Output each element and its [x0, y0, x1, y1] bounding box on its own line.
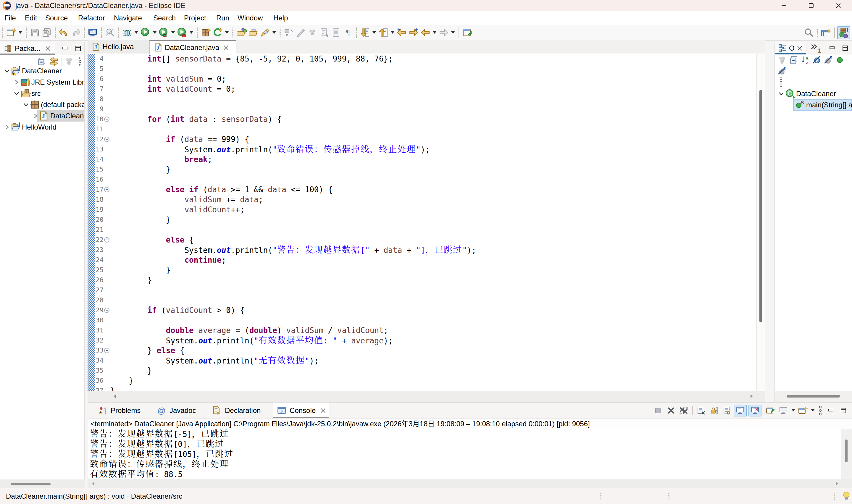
scroll-lock-button[interactable]: [708, 404, 721, 416]
fold-collapse-icon[interactable]: [104, 237, 109, 242]
tree-collapse-arrow[interactable]: [23, 99, 29, 110]
word-wrap-button[interactable]: [721, 404, 734, 416]
tree-item-helloworld[interactable]: JHelloWorld: [0, 122, 84, 133]
editor-hscrollbar[interactable]: [88, 391, 765, 402]
scroll-right-arrow[interactable]: [834, 481, 839, 486]
scrollbar-thumb[interactable]: [759, 90, 762, 322]
search-bar[interactable]: [803, 27, 815, 39]
fold-collapse-icon[interactable]: [104, 187, 109, 192]
redo[interactable]: [70, 26, 81, 38]
menu-run[interactable]: Run: [216, 11, 229, 25]
scrollbar-thumb[interactable]: [786, 395, 840, 397]
menu-window[interactable]: Window: [238, 11, 263, 25]
scroll-left-arrow[interactable]: [91, 481, 96, 486]
view-menu-button[interactable]: [79, 56, 81, 67]
scroll-left-arrow[interactable]: [112, 394, 117, 399]
scrollbar-thumb[interactable]: [845, 439, 848, 462]
tree-item-datacleaner[interactable]: JDataCleaner: [0, 65, 84, 77]
run-dropdown[interactable]: [151, 26, 158, 38]
pin-editor[interactable]: [461, 26, 473, 38]
show-whitespace[interactable]: ¶: [342, 26, 354, 38]
minimize-view-button[interactable]: [828, 407, 834, 414]
menu-navigate[interactable]: Navigate: [114, 11, 142, 25]
tab-datacleaner-java-close-icon[interactable]: [223, 44, 229, 51]
fold-collapse-icon[interactable]: [104, 116, 109, 122]
menu-edit[interactable]: Edit: [25, 11, 37, 25]
maximize-view-button[interactable]: [75, 45, 81, 52]
clear-console-button[interactable]: [695, 404, 708, 416]
tree-collapse-arrow[interactable]: [14, 88, 19, 99]
tab-javadoc[interactable]: @Javadoc: [153, 402, 201, 418]
next-annotation[interactable]: [359, 26, 371, 38]
debug-dropdown[interactable]: [133, 26, 140, 38]
maximize-view-button[interactable]: [842, 45, 849, 52]
view-menu-button[interactable]: [819, 406, 822, 416]
fold-collapse-icon[interactable]: [104, 308, 109, 313]
tab-close-icon[interactable]: [320, 407, 326, 414]
tree-item--default-package-[interactable]: (default package): [0, 99, 84, 110]
java-perspective-button[interactable]: J: [837, 26, 850, 39]
new-java-project[interactable]: [200, 26, 212, 38]
editor-vscrollbar[interactable]: [757, 54, 765, 391]
scroll-right-arrow[interactable]: [749, 394, 754, 399]
display-selected-console-dropdown[interactable]: [790, 404, 796, 416]
remove-all-terminated-button[interactable]: [677, 404, 690, 416]
tab-hello-java[interactable]: J Hello.java: [88, 40, 149, 53]
display-selected-console-button[interactable]: [777, 404, 790, 416]
toggle-mark-occurrences[interactable]: [295, 26, 307, 38]
profile[interactable]: [176, 26, 188, 38]
forward[interactable]: [438, 26, 450, 38]
open-type[interactable]: [235, 26, 247, 38]
forward-dropdown[interactable]: [450, 26, 456, 38]
menu-source[interactable]: Source: [45, 11, 68, 25]
tree-expand-arrow[interactable]: [33, 110, 38, 122]
pin-console-button[interactable]: [764, 404, 777, 416]
tree-item-datacleaner[interactable]: CDataCleaner: [775, 88, 852, 100]
fold-collapse-icon[interactable]: [104, 137, 109, 142]
run[interactable]: [140, 26, 151, 38]
hide-non-public-button[interactable]: [835, 56, 844, 65]
show-source-quickdiff[interactable]: [318, 26, 330, 38]
tab-outline[interactable]: O: [775, 42, 806, 54]
tab-package-explorer-close-icon[interactable]: [45, 45, 51, 52]
open-console-dropdown[interactable]: [810, 404, 816, 416]
search[interactable]: [259, 26, 271, 38]
sort-button[interactable]: az: [801, 56, 810, 65]
console-hscrollbar[interactable]: [88, 479, 852, 488]
menu-help[interactable]: Help: [273, 11, 288, 25]
code-editor[interactable]: 4 int[] sensorData = {85, -5, 92, 0, 105…: [88, 54, 757, 391]
show-console-stderr-button[interactable]: [748, 404, 761, 416]
tab-outline-close-icon[interactable]: [796, 45, 803, 52]
view-overflow-chevrons[interactable]: 1: [810, 42, 821, 54]
save[interactable]: [29, 26, 41, 38]
previous-annotation-dropdown[interactable]: [389, 26, 396, 38]
console-vscrollbar[interactable]: [841, 429, 852, 479]
menu-refactor[interactable]: Refactor: [78, 11, 105, 25]
menu-project[interactable]: Project: [184, 11, 206, 25]
toggle-block-selection[interactable]: [307, 26, 318, 38]
tab-declaration[interactable]: Declaration: [208, 402, 265, 418]
scrollbar-thumb[interactable]: [11, 483, 51, 485]
tab-datacleaner-java[interactable]: J DataCleaner.java: [149, 40, 236, 54]
outline-hscrollbar[interactable]: [775, 391, 852, 402]
open-console-button[interactable]: [796, 404, 810, 416]
minimize-view-button[interactable]: [62, 45, 68, 52]
last-edit-location[interactable]: [396, 26, 407, 38]
search-dropdown[interactable]: [271, 26, 277, 38]
tab-console[interactable]: JConsole: [273, 402, 329, 418]
collapse-all-button[interactable]: [37, 57, 46, 66]
tree-item-main-string-args-void[interactable]: Smain(String[] args) : void: [775, 100, 852, 111]
window-close-button[interactable]: [825, 0, 852, 11]
tab-package-explorer[interactable]: Packa...: [0, 42, 55, 55]
undo[interactable]: [58, 26, 70, 38]
save-all[interactable]: [41, 26, 53, 38]
lightbulb-icon[interactable]: [842, 491, 850, 501]
tree-collapse-arrow[interactable]: [4, 65, 10, 77]
coverage-dropdown[interactable]: [170, 26, 176, 38]
console-output[interactable]: 警告：发现越界数据[-5]，已跳过警告：发现越界数据[0]，已跳过警告：发现越界…: [88, 429, 841, 479]
new-wizard-dropdown[interactable]: [17, 26, 24, 38]
minimize-view-button[interactable]: [829, 45, 835, 52]
debug[interactable]: [121, 26, 133, 38]
open-console[interactable]: [87, 26, 99, 38]
tree-item-src[interactable]: src: [0, 88, 84, 99]
